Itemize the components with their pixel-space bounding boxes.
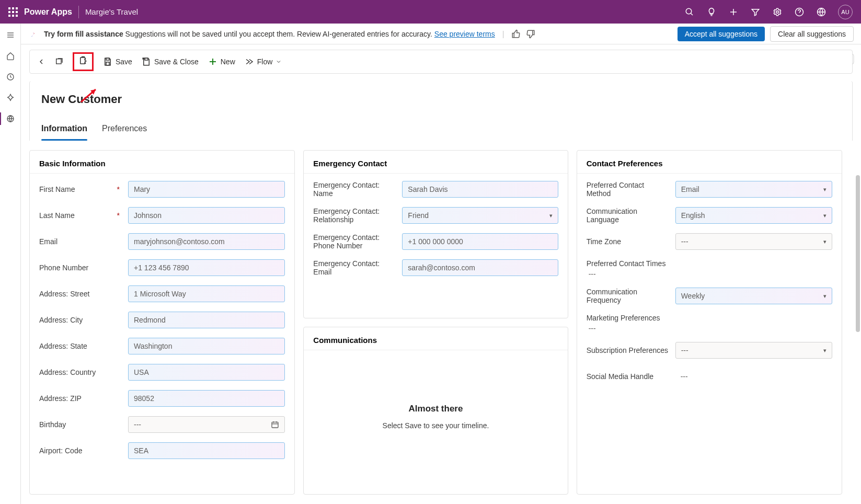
subscription-prefs-select[interactable]: ---▾ xyxy=(675,342,832,359)
hamburger-icon[interactable] xyxy=(5,30,16,40)
label-lastname: Last Name xyxy=(39,211,75,220)
comm-frequency-select[interactable]: Weekly▾ xyxy=(675,288,832,304)
user-avatar[interactable]: AU xyxy=(838,5,853,19)
svg-rect-17 xyxy=(145,58,148,60)
highlighted-smart-paste-button[interactable] xyxy=(73,52,94,71)
form-fill-assistance-bar: Try form fill assistance Suggestions wil… xyxy=(21,24,861,44)
label-city: Address: City xyxy=(39,316,123,324)
app-brand: Power Apps xyxy=(24,7,72,17)
label-contact-times: Preferred Contact Times xyxy=(587,259,666,268)
empty-state-subtitle: Select Save to see your timeline. xyxy=(383,421,489,430)
email-input[interactable] xyxy=(128,233,285,250)
label-airport: Airport: Code xyxy=(39,446,123,455)
command-bar: Save Save & Close New Flow xyxy=(29,50,853,74)
svg-point-0 xyxy=(686,8,692,14)
section-title: Basic Information xyxy=(30,151,294,174)
comm-language-select[interactable]: English▾ xyxy=(675,207,832,224)
ec-email-input[interactable] xyxy=(402,259,558,276)
last-name-input[interactable] xyxy=(128,207,285,224)
copilot-icon xyxy=(28,29,39,39)
ec-name-input[interactable] xyxy=(402,181,558,198)
chevron-down-icon: ▾ xyxy=(549,212,553,219)
first-name-input[interactable] xyxy=(128,181,285,198)
marketing-prefs-value: --- xyxy=(587,324,596,333)
label-comm-frequency: Communication Frequency xyxy=(587,288,670,304)
tab-preferences[interactable]: Preferences xyxy=(102,124,147,141)
entity-icon[interactable] xyxy=(5,113,16,124)
label-firstname: First Name xyxy=(39,185,75,193)
label-ec-phone: Emergency Contact: Phone Number xyxy=(313,233,397,250)
label-social-handle: Social Media Handle xyxy=(587,372,670,381)
search-icon[interactable] xyxy=(684,7,695,17)
label-timezone: Time Zone xyxy=(587,237,670,246)
chevron-down-icon: ▾ xyxy=(823,212,826,219)
required-indicator: * xyxy=(117,185,120,193)
svg-line-1 xyxy=(691,13,693,15)
assist-text: Suggestions will not be saved until you … xyxy=(123,30,434,38)
label-phone: Phone Number xyxy=(39,264,123,272)
birthday-input[interactable]: --- xyxy=(128,416,285,433)
chevron-down-icon: ▾ xyxy=(823,238,826,245)
clear-all-suggestions-button[interactable]: Clear all suggestions xyxy=(770,26,854,42)
app-name: Margie's Travel xyxy=(85,7,138,16)
svg-rect-13 xyxy=(56,59,61,64)
timezone-select[interactable]: ---▾ xyxy=(675,233,832,250)
global-header: Power Apps Margie's Travel AU xyxy=(0,0,861,24)
label-ec-relationship: Emergency Contact: Relationship xyxy=(313,207,397,224)
zip-input[interactable] xyxy=(128,390,285,407)
ec-phone-input[interactable] xyxy=(402,233,558,250)
flow-button[interactable]: Flow xyxy=(245,57,282,66)
city-input[interactable] xyxy=(128,312,285,328)
home-icon[interactable] xyxy=(5,51,16,61)
social-handle-value[interactable]: --- xyxy=(675,368,832,385)
thumbs-up-icon[interactable] xyxy=(511,29,521,39)
left-nav-rail xyxy=(0,24,21,504)
label-email: Email xyxy=(39,237,123,246)
back-button[interactable] xyxy=(37,58,45,66)
filter-icon[interactable] xyxy=(750,7,761,17)
required-indicator: * xyxy=(117,211,120,220)
page-title: New Customer xyxy=(41,93,841,106)
street-input[interactable] xyxy=(128,285,285,302)
thumbs-down-icon[interactable] xyxy=(526,29,535,39)
recent-icon[interactable] xyxy=(5,72,16,82)
calendar-icon xyxy=(271,420,279,429)
assist-preview-terms-link[interactable]: See preview terms xyxy=(434,30,495,38)
phone-input[interactable] xyxy=(128,259,285,276)
tab-list: Information Preferences xyxy=(41,124,841,141)
help-icon[interactable] xyxy=(794,7,805,17)
empty-state-title: Almost there xyxy=(409,404,463,414)
scrollbar-thumb[interactable] xyxy=(856,175,860,332)
label-ec-email: Emergency Contact: Email xyxy=(313,259,397,276)
section-title: Contact Preferences xyxy=(577,151,842,174)
section-communications: Communications Almost there Select Save … xyxy=(303,327,568,495)
contact-method-select[interactable]: Email▾ xyxy=(675,181,832,198)
lightbulb-icon[interactable] xyxy=(706,7,717,17)
svg-point-4 xyxy=(776,10,779,13)
svg-rect-15 xyxy=(106,58,109,60)
new-button[interactable]: New xyxy=(208,57,235,66)
globe-icon[interactable] xyxy=(816,7,826,17)
save-button[interactable]: Save xyxy=(103,57,132,66)
pin-icon[interactable] xyxy=(5,93,16,103)
accept-all-suggestions-button[interactable]: Accept all suggestions xyxy=(678,27,765,41)
chevron-down-icon: ▾ xyxy=(823,186,826,193)
label-comm-language: Communication Language xyxy=(587,207,670,224)
app-launcher-icon[interactable] xyxy=(8,7,18,17)
label-state: Address: State xyxy=(39,342,123,350)
add-icon[interactable] xyxy=(728,7,739,17)
label-marketing-prefs: Marketing Preferences xyxy=(587,314,660,322)
ec-relationship-select[interactable]: Friend▾ xyxy=(402,207,558,224)
country-input[interactable] xyxy=(128,364,285,381)
save-close-button[interactable]: Save & Close xyxy=(142,57,199,66)
airport-input[interactable] xyxy=(128,442,285,459)
section-basic-information: Basic Information First Name* Last Name*… xyxy=(29,150,295,495)
tab-information[interactable]: Information xyxy=(41,124,87,141)
section-title: Communications xyxy=(304,327,567,350)
state-input[interactable] xyxy=(128,338,285,354)
assist-headline: Try form fill assistance xyxy=(44,30,123,38)
open-in-new-icon[interactable] xyxy=(55,58,63,66)
label-country: Address: Country xyxy=(39,368,123,376)
chevron-down-icon: ▾ xyxy=(823,347,826,354)
gear-icon[interactable] xyxy=(772,7,783,17)
